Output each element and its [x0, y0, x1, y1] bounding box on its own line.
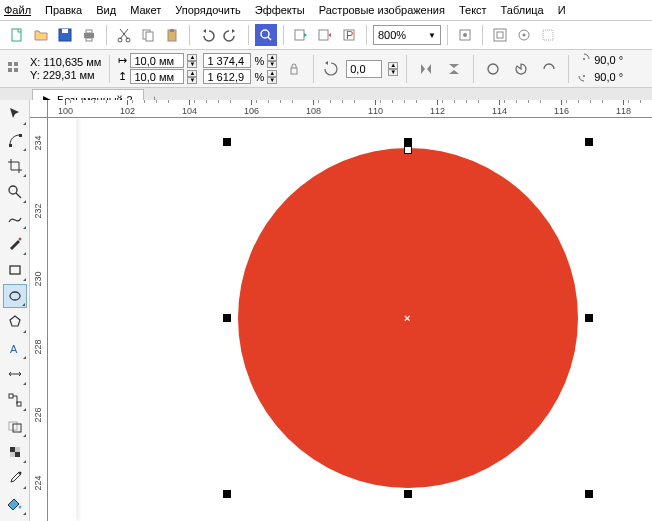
canvas-area: 100102104106108110112114116118 234232230…	[30, 100, 652, 521]
shape-tool[interactable]	[3, 128, 27, 152]
artistic-media-tool[interactable]	[3, 232, 27, 256]
ruler-tick: 226	[30, 410, 48, 420]
height-spinner[interactable]: ▲▼	[187, 70, 197, 84]
menu-bitmap[interactable]: Растровые изображения	[319, 2, 445, 18]
svg-point-22	[523, 34, 526, 37]
standard-toolbar: P 800% ▼	[0, 21, 652, 50]
save-button[interactable]	[54, 24, 76, 46]
selection-handle-w[interactable]	[223, 314, 231, 322]
rotation-spinner[interactable]: ▲▼	[388, 62, 398, 76]
svg-rect-25	[14, 62, 18, 66]
menu-file[interactable]: Файл	[4, 2, 31, 18]
publish-button[interactable]: P	[338, 24, 360, 46]
menu-table[interactable]: Таблица	[501, 2, 544, 18]
pick-tool[interactable]	[3, 102, 27, 126]
ruler-horizontal[interactable]: 100102104106108110112114116118	[48, 100, 652, 118]
svg-point-47	[18, 472, 21, 475]
scale-x-spinner[interactable]: ▲▼	[267, 54, 277, 68]
mirror-h-button[interactable]	[415, 58, 437, 80]
width-field[interactable]: 10,0 мм	[130, 53, 184, 68]
svg-rect-4	[86, 30, 92, 33]
ellipse-mode-button[interactable]	[482, 58, 504, 80]
svg-point-31	[583, 75, 585, 77]
ellipse-tool[interactable]	[3, 284, 27, 308]
height-field[interactable]: 10,0 мм	[130, 69, 184, 84]
menu-more[interactable]: И	[558, 2, 566, 18]
menu-layout[interactable]: Макет	[130, 2, 161, 18]
lock-ratio-button[interactable]	[283, 58, 305, 80]
open-button[interactable]	[30, 24, 52, 46]
workspace: A 100102104106108110112114116118 2342322…	[0, 100, 652, 521]
import-button[interactable]	[290, 24, 312, 46]
snap-button[interactable]	[454, 24, 476, 46]
selection-handle-sw[interactable]	[223, 490, 231, 498]
crop-tool[interactable]	[3, 154, 27, 178]
selection-handle-e[interactable]	[585, 314, 593, 322]
zoom-combo[interactable]: 800% ▼	[373, 25, 441, 45]
selection-handle-nw[interactable]	[223, 138, 231, 146]
scale-y-field[interactable]: 1 612,9	[203, 69, 251, 84]
svg-rect-32	[9, 144, 12, 147]
scale-x-field[interactable]: 1 374,4	[203, 53, 251, 68]
menu-text[interactable]: Текст	[459, 2, 487, 18]
end-angle-icon	[577, 69, 591, 85]
svg-rect-11	[170, 29, 174, 32]
ruler-tick: 234	[30, 138, 48, 148]
ellipse-node[interactable]	[404, 146, 412, 154]
svg-rect-19	[494, 29, 506, 41]
text-tool[interactable]: A	[3, 336, 27, 360]
copy-button[interactable]	[137, 24, 159, 46]
rotation-field[interactable]: 0,0	[346, 60, 382, 78]
transparency-tool[interactable]	[3, 440, 27, 464]
size-fields: ↦ 10,0 мм ▲▼ ↥ 10,0 мм ▲▼	[118, 53, 197, 84]
width-spinner[interactable]: ▲▼	[187, 54, 197, 68]
scale-y-spinner[interactable]: ▲▼	[267, 70, 277, 84]
svg-rect-43	[10, 447, 15, 452]
width-icon: ↦	[118, 54, 127, 67]
rectangle-tool[interactable]	[3, 258, 27, 282]
svg-text:P: P	[346, 29, 353, 41]
ruler-origin[interactable]	[30, 100, 48, 118]
svg-rect-23	[543, 30, 553, 40]
arc-mode-button[interactable]	[538, 58, 560, 80]
zoom-tool[interactable]	[3, 180, 27, 204]
freehand-tool[interactable]	[3, 206, 27, 230]
menu-effects[interactable]: Эффекты	[255, 2, 305, 18]
print-button[interactable]	[78, 24, 100, 46]
svg-point-12	[261, 30, 269, 38]
fill-tool[interactable]	[3, 492, 27, 516]
export-button[interactable]	[314, 24, 336, 46]
svg-point-48	[18, 506, 21, 509]
svg-point-35	[18, 238, 21, 241]
polygon-tool[interactable]	[3, 310, 27, 334]
ruler-vertical[interactable]: 234232230228226224	[30, 118, 48, 521]
options-button-3[interactable]	[537, 24, 559, 46]
ruler-tick: 232	[30, 206, 48, 216]
canvas[interactable]: ×	[48, 118, 652, 521]
menu-arrange[interactable]: Упорядочить	[175, 2, 240, 18]
options-button-2[interactable]	[513, 24, 535, 46]
pie-mode-button[interactable]	[510, 58, 532, 80]
svg-rect-13	[295, 30, 304, 40]
selection-handle-s[interactable]	[404, 490, 412, 498]
svg-text:A: A	[10, 343, 18, 355]
connector-tool[interactable]	[3, 388, 27, 412]
selection-handle-n[interactable]	[404, 138, 412, 146]
svg-rect-39	[9, 394, 13, 398]
mirror-v-button[interactable]	[443, 58, 465, 80]
undo-button[interactable]	[196, 24, 218, 46]
cut-button[interactable]	[113, 24, 135, 46]
eyedropper-tool[interactable]	[3, 466, 27, 490]
options-button-1[interactable]	[489, 24, 511, 46]
selection-handle-se[interactable]	[585, 490, 593, 498]
selection-handle-ne[interactable]	[585, 138, 593, 146]
dimension-tool[interactable]	[3, 362, 27, 386]
redo-button[interactable]	[220, 24, 242, 46]
new-button[interactable]	[6, 24, 28, 46]
paste-button[interactable]	[161, 24, 183, 46]
menu-view[interactable]: Вид	[96, 2, 116, 18]
menu-edit[interactable]: Правка	[45, 2, 82, 18]
effects-tool[interactable]	[3, 414, 27, 438]
search-button[interactable]	[255, 24, 277, 46]
svg-rect-0	[12, 29, 21, 41]
